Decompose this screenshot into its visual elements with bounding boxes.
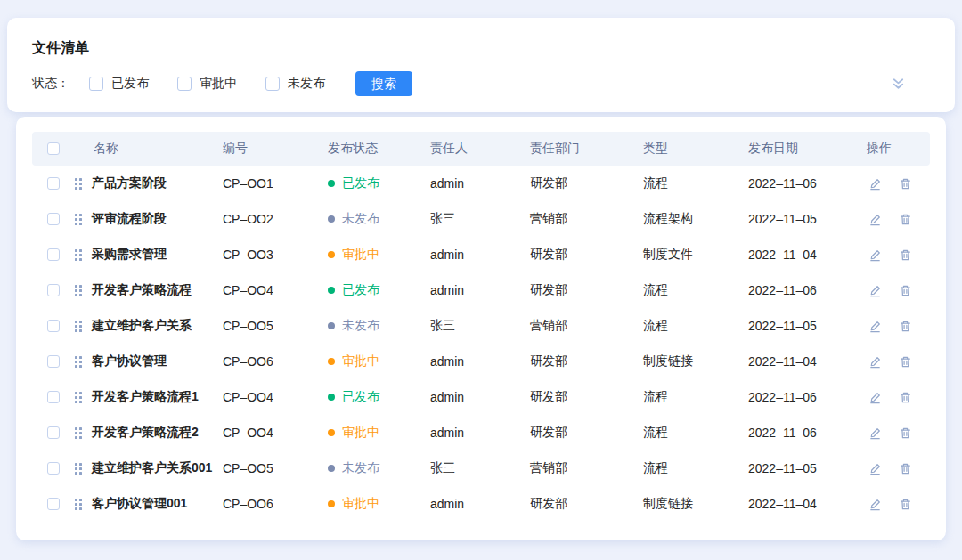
drag-handle-icon[interactable] <box>75 356 82 368</box>
department-cell: 营销部 <box>526 318 639 334</box>
drag-handle-icon[interactable] <box>75 285 82 296</box>
edit-icon[interactable] <box>868 248 882 262</box>
document-name: 建立维护客户关系 <box>92 318 192 334</box>
department-cell: 研发部 <box>526 425 639 441</box>
column-header-person: 责任人 <box>423 141 526 157</box>
row-checkbox[interactable] <box>47 177 60 190</box>
row-select-cell <box>32 391 69 403</box>
status-dot-icon <box>328 322 335 329</box>
table-row: 产品方案阶段 CP–OO1 已发布 admin 研发部 流程 2022–11–0… <box>32 166 930 201</box>
name-cell: 开发客户策略流程1 <box>69 389 218 405</box>
status-badge: 审批中 <box>323 425 423 441</box>
actions-cell <box>862 320 930 333</box>
checkbox-unpublished[interactable] <box>265 77 280 91</box>
department-cell: 营销部 <box>526 211 639 227</box>
delete-icon[interactable] <box>899 462 912 475</box>
search-button[interactable]: 搜索 <box>355 71 412 96</box>
row-checkbox[interactable] <box>47 284 60 296</box>
status-badge: 已发布 <box>323 282 423 298</box>
edit-icon[interactable] <box>868 213 882 226</box>
person-cell: admin <box>423 176 526 191</box>
edit-icon[interactable] <box>868 284 882 297</box>
status-text: 未发布 <box>342 460 379 476</box>
document-name: 客户协议管理 <box>92 353 167 369</box>
edit-icon[interactable] <box>868 426 882 440</box>
delete-icon[interactable] <box>899 391 912 404</box>
row-checkbox[interactable] <box>47 391 60 403</box>
person-cell: 张三 <box>423 318 526 334</box>
checkbox-published[interactable] <box>89 77 103 91</box>
status-dot-icon <box>328 429 335 436</box>
type-cell: 制度文件 <box>639 247 744 263</box>
delete-icon[interactable] <box>899 498 912 511</box>
drag-handle-icon[interactable] <box>75 427 82 439</box>
delete-icon[interactable] <box>899 177 912 191</box>
checkbox-pending[interactable] <box>177 77 192 91</box>
edit-icon[interactable] <box>868 320 882 333</box>
actions-cell <box>862 391 930 404</box>
status-badge: 审批中 <box>323 247 423 263</box>
row-select-cell <box>32 462 69 475</box>
department-cell: 营销部 <box>526 460 639 476</box>
date-cell: 2022–11–06 <box>744 426 862 440</box>
delete-icon[interactable] <box>899 213 912 226</box>
row-select-cell <box>32 498 69 510</box>
edit-icon[interactable] <box>868 498 882 511</box>
date-cell: 2022–11–04 <box>744 354 862 369</box>
row-select-cell <box>32 284 69 296</box>
edit-icon[interactable] <box>868 177 882 191</box>
status-dot-icon <box>328 465 335 472</box>
document-name: 采购需求管理 <box>92 247 167 263</box>
table-row: 开发客户策略流程2 CP–OO4 审批中 admin 研发部 流程 2022–1… <box>32 415 930 450</box>
row-checkbox[interactable] <box>47 498 60 510</box>
edit-icon[interactable] <box>868 391 882 404</box>
column-header-date: 发布日期 <box>744 141 862 157</box>
status-badge: 审批中 <box>323 353 423 369</box>
actions-cell <box>862 177 930 191</box>
delete-icon[interactable] <box>899 248 912 262</box>
delete-icon[interactable] <box>899 320 912 333</box>
type-cell: 流程 <box>639 175 744 191</box>
delete-icon[interactable] <box>899 426 912 440</box>
actions-cell <box>862 213 930 226</box>
filter-option-unpublished[interactable]: 未发布 <box>265 76 325 92</box>
edit-icon[interactable] <box>868 355 882 369</box>
status-badge: 已发布 <box>323 389 423 405</box>
name-cell: 评审流程阶段 <box>69 211 218 227</box>
status-text: 未发布 <box>342 211 379 227</box>
edit-icon[interactable] <box>868 462 882 475</box>
row-checkbox[interactable] <box>47 320 60 332</box>
date-cell: 2022–11–06 <box>744 283 862 297</box>
drag-handle-icon[interactable] <box>75 214 82 225</box>
row-checkbox[interactable] <box>47 213 60 225</box>
delete-icon[interactable] <box>899 284 912 297</box>
drag-handle-icon[interactable] <box>75 178 82 190</box>
actions-cell <box>862 284 930 297</box>
document-name: 开发客户策略流程1 <box>92 389 199 405</box>
row-checkbox[interactable] <box>47 355 60 368</box>
table-body: 产品方案阶段 CP–OO1 已发布 admin 研发部 流程 2022–11–0… <box>32 166 930 522</box>
filter-option-published[interactable]: 已发布 <box>89 76 149 92</box>
select-all-checkbox[interactable] <box>47 142 60 155</box>
row-checkbox[interactable] <box>47 462 60 475</box>
filter-option-pending[interactable]: 审批中 <box>177 76 237 92</box>
chevron-double-down-icon[interactable] <box>890 76 907 93</box>
document-code: CP–OO4 <box>218 283 323 297</box>
column-header-type: 类型 <box>639 141 744 157</box>
status-badge: 未发布 <box>323 318 423 334</box>
document-code: CP–OO6 <box>218 354 323 369</box>
drag-handle-icon[interactable] <box>75 499 82 510</box>
row-checkbox[interactable] <box>47 426 60 439</box>
checkbox-unpublished-label: 未发布 <box>288 76 325 92</box>
drag-handle-icon[interactable] <box>75 321 82 332</box>
person-cell: admin <box>423 426 526 440</box>
row-checkbox[interactable] <box>47 248 60 261</box>
drag-handle-icon[interactable] <box>75 392 82 403</box>
column-header-code: 编号 <box>218 141 323 157</box>
drag-handle-icon[interactable] <box>75 463 82 475</box>
delete-icon[interactable] <box>899 355 912 369</box>
date-cell: 2022–11–05 <box>744 212 862 226</box>
table-row: 客户协议管理001 CP–OO6 审批中 admin 研发部 制度链接 2022… <box>32 486 930 522</box>
row-select-cell <box>32 177 69 190</box>
drag-handle-icon[interactable] <box>75 249 82 261</box>
